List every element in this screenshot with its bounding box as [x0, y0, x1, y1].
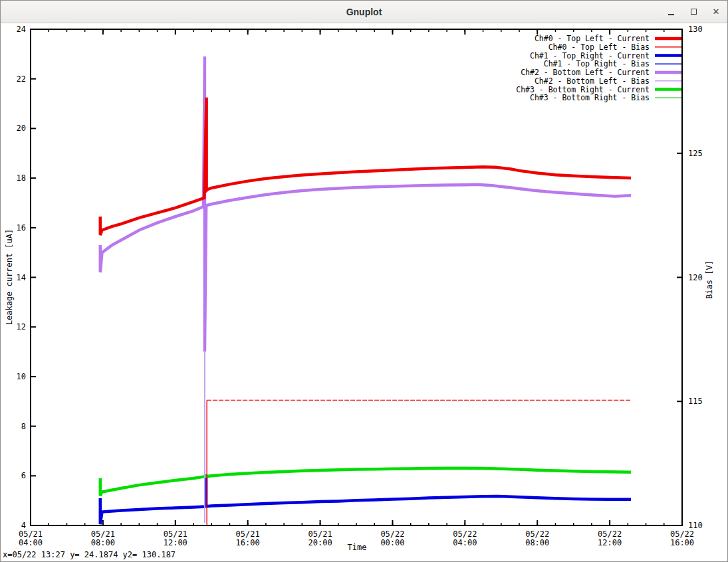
x-tick-label-time: 12:00 — [164, 538, 187, 547]
y2-axis-label: Bias [V] — [705, 260, 714, 299]
x-tick-label-date: 05/21 — [308, 529, 332, 539]
y-tick-label: 24 — [17, 25, 26, 34]
x-tick-label-time: 00:00 — [380, 538, 404, 547]
x-tick-label-date: 05/21 — [91, 529, 115, 539]
maximize-icon[interactable] — [686, 5, 701, 19]
y-tick-label: 16 — [17, 223, 26, 233]
x-tick-label-date: 05/21 — [164, 529, 187, 539]
x-tick-label-time: 12:00 — [598, 538, 622, 547]
mouse-coordinates-status: x=05/22 13:27 y= 24.1874 y2= 130.187 — [3, 550, 176, 559]
y2-tick-label: 130 — [688, 25, 703, 34]
x-tick-label-date: 05/22 — [453, 529, 477, 539]
series-ch1-top-right-current — [100, 474, 631, 524]
y-tick-label: 14 — [17, 273, 26, 282]
titlebar[interactable]: Gnuplot ✕ — [1, 1, 727, 23]
x-tick-label-time: 04:00 — [19, 538, 43, 547]
x-tick-label-date: 05/22 — [670, 529, 694, 539]
y-tick-label: 8 — [21, 422, 26, 431]
x-tick-label-time: 04:00 — [453, 538, 477, 547]
y-tick-label: 22 — [17, 74, 26, 84]
minimize-icon[interactable] — [664, 5, 678, 19]
y-tick-label: 12 — [17, 322, 26, 331]
x-tick-label-time: 08:00 — [91, 538, 115, 547]
x-axis-label: Time — [348, 543, 367, 552]
x-tick-label-time: 08:00 — [525, 538, 549, 547]
y2-tick-label: 115 — [688, 397, 703, 406]
y-tick-label: 20 — [17, 124, 26, 133]
legend-label: Ch#3 - Bottom Right - Bias — [530, 93, 650, 102]
window-controls: ✕ — [664, 1, 723, 23]
series-ch3-bottom-right-current — [100, 468, 631, 496]
x-tick-label-time: 16:00 — [236, 538, 260, 547]
x-tick-label-date: 05/21 — [236, 529, 260, 539]
x-tick-label-time: 20:00 — [308, 538, 332, 547]
plot-canvas: 05/2104:0005/2108:0005/2112:0005/2116:00… — [1, 23, 728, 562]
gnuplot-window: Gnuplot ✕ 05/2104:0005/2108:0005/2112:00… — [0, 0, 728, 562]
y-tick-label: 6 — [21, 471, 26, 480]
y2-tick-label: 110 — [688, 521, 703, 530]
x-tick-label-date: 05/22 — [525, 529, 549, 539]
y-tick-label: 10 — [17, 372, 26, 381]
y-axis-label: Leakage current [uA] — [5, 229, 14, 326]
x-tick-label-date: 05/22 — [598, 529, 622, 539]
y-tick-label: 18 — [17, 173, 26, 183]
plot-border — [31, 29, 682, 525]
y2-tick-label: 120 — [688, 273, 703, 282]
x-tick-label-date: 05/21 — [19, 529, 43, 539]
y-tick-label: 4 — [21, 521, 26, 530]
x-tick-label-time: 16:00 — [670, 538, 694, 547]
close-icon[interactable]: ✕ — [709, 5, 723, 19]
x-tick-label-date: 05/22 — [380, 529, 404, 539]
y2-tick-label: 125 — [688, 149, 703, 158]
window-title: Gnuplot — [346, 7, 382, 17]
chart-plot-area[interactable]: 05/2104:0005/2108:0005/2112:0005/2116:00… — [1, 23, 728, 562]
